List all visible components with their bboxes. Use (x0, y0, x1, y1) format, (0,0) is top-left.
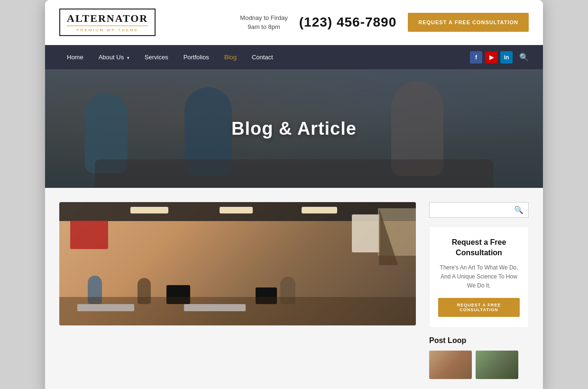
top-hours: Modnay to Firday9am to 8pm (240, 13, 287, 32)
post-loop-title: Post Loop (429, 336, 529, 345)
white-board (352, 214, 380, 252)
office-light-1 (130, 207, 168, 213)
youtube-icon[interactable]: ▶ (485, 51, 497, 64)
post-thumbnail-2[interactable] (476, 351, 518, 379)
search-box[interactable]: 🔍 (429, 202, 529, 218)
logo-line (67, 26, 148, 26)
request-consultation-button[interactable]: REQUEST A FREE CONSULTATION (408, 13, 529, 32)
logo-sub: PREMIUM WP THEME (76, 28, 138, 32)
consultation-desc: There's An Art To What We Do, And A Uniq… (438, 263, 520, 291)
nav-link-home[interactable]: Home (59, 45, 91, 69)
logo-main: ALTERNATOR (67, 12, 148, 25)
content-area: 🔍 Request a Free Consultation There's An… (45, 188, 543, 389)
top-bar: ALTERNATOR PREMIUM WP THEME Modnay to Fi… (45, 0, 543, 45)
nav-search-icon[interactable]: 🔍 (519, 53, 529, 62)
nav-links: Home About Us ▾ Services Portfolios Blog… (59, 45, 281, 69)
hero-title: Blog & Article (45, 69, 543, 188)
nav-item-portfolios[interactable]: Portfolios (176, 45, 217, 69)
nav-item-about[interactable]: About Us ▾ (91, 45, 137, 69)
office-light-2 (220, 207, 253, 213)
nav-link-contact[interactable]: Contact (244, 45, 281, 69)
main-content (59, 202, 416, 379)
top-contact: Modnay to Firday9am to 8pm (123) 456-789… (240, 13, 529, 32)
article-image (59, 202, 416, 325)
browser-window: ALTERNATOR PREMIUM WP THEME Modnay to Fi… (45, 0, 543, 389)
logo[interactable]: ALTERNATOR PREMIUM WP THEME (59, 9, 156, 36)
sidebar: 🔍 Request a Free Consultation There's An… (429, 202, 529, 379)
dropdown-icon: ▾ (127, 56, 129, 60)
post-loop-grid (429, 351, 529, 379)
nav-link-about[interactable]: About Us ▾ (91, 45, 137, 69)
nav-item-home[interactable]: Home (59, 45, 91, 69)
nav-link-blog[interactable]: Blog (217, 45, 244, 69)
consultation-title: Request a Free Consultation (438, 237, 520, 259)
linkedin-icon[interactable]: in (500, 51, 513, 64)
office-img (59, 202, 416, 325)
consultation-card-button[interactable]: REQUEST A FREE CONSULTATION (438, 298, 520, 317)
nav-item-contact[interactable]: Contact (244, 45, 281, 69)
nav-link-services[interactable]: Services (137, 45, 176, 69)
hero-banner: Blog & Article (45, 69, 543, 188)
nav-item-blog[interactable]: Blog (217, 45, 244, 69)
search-input[interactable] (434, 206, 514, 213)
office-floor (59, 297, 416, 325)
nav-social: f ▶ in 🔍 (470, 51, 529, 64)
navbar: Home About Us ▾ Services Portfolios Blog… (45, 45, 543, 69)
nav-link-portfolios[interactable]: Portfolios (176, 45, 217, 69)
search-button[interactable]: 🔍 (514, 205, 524, 214)
consultation-card: Request a Free Consultation There's An A… (429, 226, 529, 328)
office-light-3 (302, 207, 337, 213)
nav-item-services[interactable]: Services (137, 45, 176, 69)
facebook-icon[interactable]: f (470, 51, 482, 64)
red-display-screen (70, 221, 108, 249)
top-phone: (123) 456-7890 (299, 15, 396, 30)
post-thumbnail-1[interactable] (429, 351, 472, 379)
